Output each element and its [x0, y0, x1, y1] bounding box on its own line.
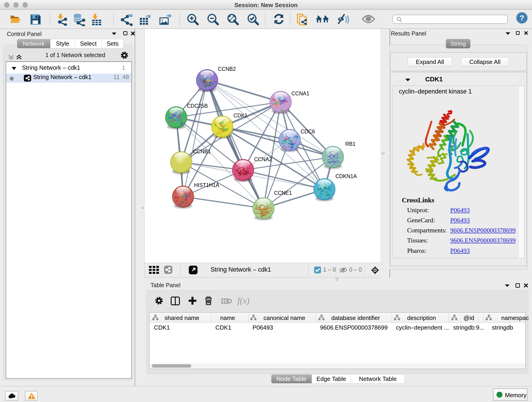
svg-text:CDC25B: CDC25B	[187, 103, 208, 109]
svg-text:CCNA1: CCNA1	[291, 90, 309, 96]
svg-text:RB1: RB1	[345, 141, 355, 147]
svg-text:HIST1H1A: HIST1H1A	[194, 182, 220, 188]
svg-text:CDKN1A: CDKN1A	[336, 173, 357, 179]
svg-text:?: ?	[520, 13, 525, 22]
svg-text:CDC6: CDC6	[301, 128, 315, 134]
svg-text:CCNA2: CCNA2	[254, 156, 272, 162]
svg-text:CCNE1: CCNE1	[274, 190, 292, 196]
svg-text:CDK1: CDK1	[234, 113, 247, 119]
svg-text:CCNB1: CCNB1	[193, 148, 211, 154]
svg-text:CCNB2: CCNB2	[218, 66, 236, 72]
